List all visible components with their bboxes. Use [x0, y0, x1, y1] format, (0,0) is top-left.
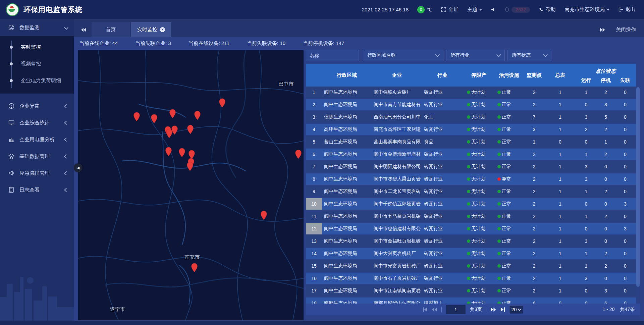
cell-monitor-count: 2	[523, 285, 545, 296]
table-scrollbar[interactable]	[636, 87, 640, 304]
cell-enterprise: 阆中市二龙长宝页岩砖	[372, 186, 422, 197]
map-pin-icon[interactable]	[187, 125, 194, 134]
tab-首页[interactable]: 首页	[92, 22, 130, 37]
scrollbar-thumb[interactable]	[636, 87, 640, 287]
table-row[interactable]: 9阆中生态环境局阆中市二龙长宝页岩砖砖瓦行业无计划正常21120	[306, 186, 636, 197]
table-row[interactable]: 15阆中生态环境局阆中市光富页岩机砖厂砖瓦行业无计划正常21120	[306, 260, 636, 272]
cell-meter-count: 0	[545, 136, 575, 148]
table-row[interactable]: 18南部生态环境局南部县砌华山泥有限公建材加工无计划正常60060	[306, 297, 636, 304]
table-row[interactable]: 1阆中生态环境局阆中强锐页岩砖厂砖瓦行业无计划正常21120	[306, 87, 636, 98]
map-panel[interactable]: 巴中市南充市遂宁市	[78, 50, 304, 320]
map-pin-icon[interactable]	[178, 148, 185, 157]
fullscreen-button[interactable]: 全屏	[441, 6, 459, 13]
cell-meter-count: 1	[545, 273, 575, 284]
stop-label: 无计划	[471, 201, 485, 207]
map-pin-icon[interactable]	[186, 162, 194, 171]
sidebar-item-基础数据管理[interactable]: 基础数据管理	[0, 148, 74, 165]
table-row[interactable]: 2阆中生态环境局阆中市南方节能建材有砖瓦行业无计划正常21030	[306, 99, 636, 110]
sidebar-item-数据监测[interactable]: 数据监测	[0, 19, 74, 36]
tabs-scroll-left-button[interactable]	[74, 28, 92, 37]
col-index	[306, 64, 322, 87]
table-row[interactable]: 16阆中生态环境局阆中市石子页岩机砖厂砖瓦行业无计划正常21300	[306, 273, 636, 284]
close-icon[interactable]: ✕	[160, 27, 165, 32]
table-row[interactable]: 4高坪生态环境局南充市高坪区王家店建砖瓦行业无计划正常31220	[306, 124, 636, 135]
table-row[interactable]: 3仪陇生态环境局西南油气田分公司川中化工无计划正常71350	[306, 111, 636, 123]
cell-run-count: 1	[575, 211, 597, 222]
map-pin-icon[interactable]	[191, 263, 198, 272]
notification-count-badge: 2632	[512, 7, 530, 13]
cell-run-count: 1	[575, 149, 597, 160]
next-page-button[interactable]	[490, 307, 496, 312]
facility-label: 正常	[502, 139, 511, 145]
gauge-icon	[8, 24, 15, 31]
cell-region: 阆中生态环境局	[322, 285, 372, 296]
sidebar-subitem-企业电力负荷明细[interactable]: 企业电力负荷明细	[0, 72, 74, 89]
last-page-button[interactable]	[500, 307, 505, 312]
map-pin-icon[interactable]	[260, 211, 267, 220]
sidebar-subitem-实时监控[interactable]: 实时监控	[0, 39, 74, 55]
map-pin-icon[interactable]	[165, 147, 172, 156]
table-row[interactable]: 12阆中生态环境局阆中市忠信建材有限公砖瓦行业无计划正常21003	[306, 223, 636, 234]
prev-page-button[interactable]	[432, 307, 437, 312]
page-number-input[interactable]	[446, 305, 466, 314]
table-row[interactable]: 6阆中生态环境局阆中市金博瑞新型墙材砖瓦行业无计划正常21120	[306, 149, 636, 160]
table-row[interactable]: 11阆中生态环境局阆中市五马桥页岩机砖砖瓦行业无计划正常21120	[306, 211, 636, 222]
sidebar-item-应急减排管理[interactable]: 应急减排管理	[0, 165, 74, 181]
tabs-scroll-right-button[interactable]	[600, 28, 606, 32]
map-pin-icon[interactable]	[169, 109, 176, 118]
row-index: 14	[306, 248, 322, 259]
cell-region: 阆中生态环境局	[322, 248, 372, 259]
org-dropdown[interactable]: 南充市生态环境局	[565, 6, 609, 13]
map-pin-icon[interactable]	[194, 111, 201, 120]
sidebar-item-企业异常[interactable]: 企业异常	[0, 98, 74, 114]
table-row[interactable]: 5营山生态环境局营山县润丰肉食品有限食品无计划正常10010	[306, 136, 636, 148]
chevron-down-icon	[607, 9, 609, 11]
table-row[interactable]: 14阆中生态环境局阆中大兴页岩机砖厂砖瓦行业无计划正常21120	[306, 248, 636, 259]
industry-filter-select[interactable]: 所有行业	[446, 50, 505, 61]
cell-stop-status: 无计划	[463, 297, 495, 304]
sidebar-subitem-视频监控[interactable]: 视频监控	[0, 55, 74, 72]
page-size-select[interactable]: 20	[509, 305, 524, 314]
help-button[interactable]: 帮助	[539, 6, 556, 13]
cell-run-count: 0	[575, 99, 597, 110]
exit-button[interactable]: 退出	[618, 6, 635, 13]
row-index: 18	[306, 297, 322, 304]
table-row[interactable]: 13阆中生态环境局阆中市金福旺页岩机砖砖瓦行业无计划正常21300	[306, 235, 636, 247]
cell-industry: 砖瓦行业	[422, 198, 463, 210]
notifications[interactable]: 2632	[504, 7, 530, 13]
cell-monitor-count: 2	[523, 223, 545, 234]
map-pin-icon[interactable]	[166, 129, 173, 138]
sidebar-collapse-handle[interactable]: ◀	[74, 163, 83, 172]
cell-lost-count: 0	[614, 273, 636, 284]
cell-lost-count: 0	[614, 186, 636, 197]
table-row[interactable]: 8阆中生态环境局阆中市枣碧大梁山页岩砖瓦行业无计划异常21300	[306, 173, 636, 185]
cell-facility-status: 正常	[495, 136, 523, 148]
facility-label: 正常	[502, 151, 511, 157]
speaker-button[interactable]	[491, 7, 496, 12]
table-row[interactable]: 17阆中生态环境局阆中市江南镇阆南页岩砖瓦行业无计划正常21030	[306, 285, 636, 296]
bullet-icon	[10, 79, 13, 82]
map-pin-icon[interactable]	[151, 114, 158, 123]
cell-run-count: 3	[575, 173, 597, 185]
first-page-button[interactable]	[423, 307, 428, 312]
table-row[interactable]: 7阆中生态环境局阆中明阳建材有限公司砖瓦行业无计划正常21300	[306, 161, 636, 172]
region-filter-select[interactable]: 行政区域名称	[363, 50, 443, 61]
status-filter-select[interactable]: 所有状态	[507, 50, 551, 61]
cell-enterprise: 阆中市光富页岩机砖厂	[372, 260, 422, 272]
sidebar-item-日志查看[interactable]: 日志查看	[0, 181, 74, 198]
sidebar-item-企业综合统计[interactable]: 企业综合统计	[0, 114, 74, 131]
sidebar-item-企业用电量分析[interactable]: 企业用电量分析	[0, 131, 74, 148]
table-row[interactable]: 10阆中生态环境局阆中千佛镇五郎垭页岩砖瓦行业无计划正常21003	[306, 198, 636, 210]
theme-dropdown[interactable]: 主题	[467, 6, 482, 13]
map-pin-icon[interactable]	[133, 112, 140, 121]
name-filter-input[interactable]	[306, 50, 359, 61]
map-pin-icon[interactable]	[219, 98, 226, 108]
map-pin-icon[interactable]	[295, 150, 302, 159]
close-operations-button[interactable]: 关闭操作	[616, 26, 636, 33]
cell-meter-count: 1	[545, 198, 575, 210]
cell-region: 阆中生态环境局	[322, 173, 372, 185]
tab-实时监控[interactable]: 实时监控✕	[131, 22, 171, 37]
stop-label: 无计划	[471, 89, 485, 95]
row-index: 15	[306, 260, 322, 272]
facility-label: 正常	[502, 201, 511, 207]
